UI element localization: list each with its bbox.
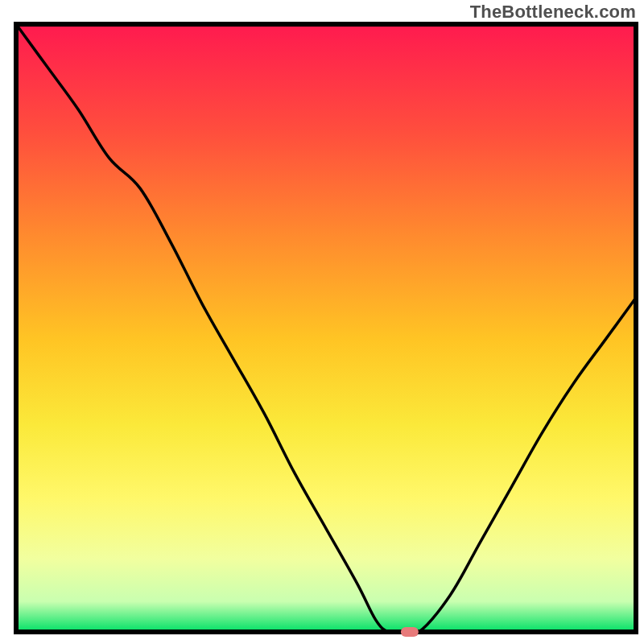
plot-background	[16, 24, 636, 632]
bottleneck-chart	[0, 0, 644, 644]
chart-frame: TheBottleneck.com	[0, 0, 644, 644]
optimal-point-marker	[401, 627, 419, 637]
